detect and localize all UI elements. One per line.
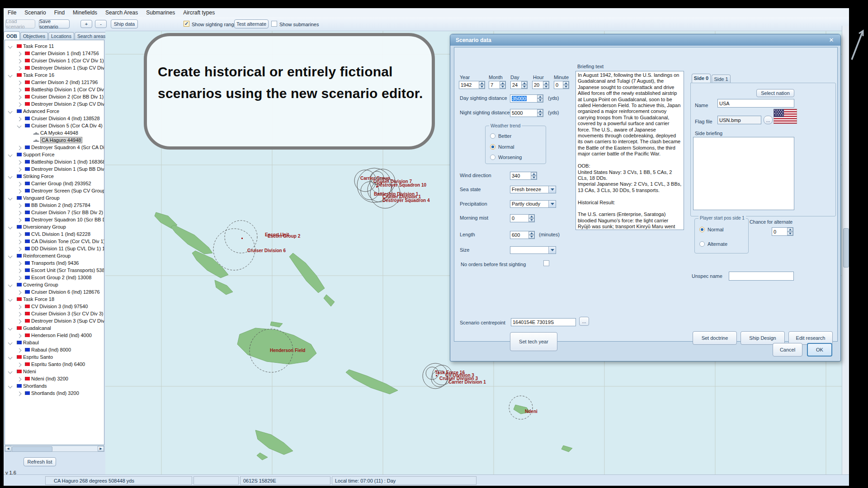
set-tech-year-button[interactable]: Set tech year: [510, 332, 557, 351]
save-scenario-button[interactable]: Save scenario: [39, 19, 70, 28]
night-sighting-input[interactable]: 5000: [510, 109, 543, 117]
tree-item[interactable]: Destroyer Division 2 (Sup CV Div 2) 3435…: [5, 101, 104, 108]
chevron-right-icon[interactable]: [17, 312, 22, 317]
month-input[interactable]: 7: [489, 81, 506, 89]
flag-file-input[interactable]: USN.bmp: [717, 116, 761, 124]
chevron-down-icon[interactable]: [8, 196, 13, 201]
chevron-right-icon[interactable]: [17, 240, 22, 244]
tree-item[interactable]: Battleship Division 1 (Cor CV Div 2) 178…: [5, 86, 104, 94]
chevron-down-icon[interactable]: [8, 326, 13, 331]
briefing-textarea[interactable]: In August 1942, following the U.S. landi…: [576, 71, 684, 230]
length-input[interactable]: 600: [510, 231, 535, 239]
load-scenario-button[interactable]: Load scenario: [5, 19, 35, 28]
tree-item[interactable]: Cruiser Division 4 (Ind) 138528: [5, 115, 104, 122]
tree-item[interactable]: Reinforcement Group: [5, 253, 104, 260]
chevron-right-icon[interactable]: [17, 269, 22, 273]
tree-item[interactable]: Task Force 16: [5, 72, 104, 79]
tree-item[interactable]: BB Division 2 (Ind) 275784: [5, 202, 104, 209]
close-icon[interactable]: ✕: [828, 37, 835, 44]
chevron-right-icon[interactable]: [17, 233, 22, 237]
chevron-down-icon[interactable]: [8, 384, 13, 389]
chevron-right-icon[interactable]: [17, 262, 22, 266]
flag-browse-button[interactable]: ...: [764, 116, 773, 124]
start-pos-alternate-radio[interactable]: [699, 241, 705, 247]
menu-item-file[interactable]: File: [4, 9, 20, 17]
day-sighting-input[interactable]: 35000: [510, 94, 543, 103]
length-spinner[interactable]: [528, 231, 534, 239]
morning-mist-input[interactable]: 0: [510, 214, 535, 222]
select-nation-button[interactable]: Select nation: [756, 89, 794, 97]
tab-oob[interactable]: OOB: [4, 31, 20, 40]
tree-item[interactable]: Covering Group: [5, 282, 104, 289]
chevron-right-icon[interactable]: [17, 103, 22, 107]
tree-item[interactable]: Destroyer Screen (Sup CV Group) 39832: [5, 188, 104, 195]
tree-item[interactable]: Cruiser Division 3 (Scr CV Div 3) 93304: [5, 310, 104, 318]
tree-item[interactable]: Ndeni (Ind) 3200: [5, 375, 104, 383]
chevron-right-icon[interactable]: [17, 291, 22, 295]
chevron-right-icon[interactable]: [17, 276, 22, 281]
chevron-down-icon[interactable]: [8, 73, 13, 78]
zoom-out-button[interactable]: -: [95, 20, 107, 28]
tree-item[interactable]: Battleship Division 1 (Ind) 168368: [5, 159, 104, 166]
tree-item[interactable]: Escort Unit (Scr Trasnsports) 53868: [5, 267, 104, 274]
precipitation-dropdown[interactable]: Partly cloudy: [510, 200, 556, 208]
chevron-right-icon[interactable]: [17, 247, 22, 252]
chevron-right-icon[interactable]: [17, 319, 22, 324]
chevron-right-icon[interactable]: [17, 363, 22, 367]
chevron-down-icon[interactable]: [8, 109, 13, 114]
map-scrollbar-thumb[interactable]: [843, 228, 849, 267]
weather-better-radio[interactable]: [490, 133, 495, 139]
tree-item[interactable]: Carrier Divison 2 (Ind) 121796: [5, 79, 104, 86]
side-briefing-textarea[interactable]: [693, 137, 794, 210]
chevron-right-icon[interactable]: [17, 146, 22, 150]
chevron-right-icon[interactable]: [17, 168, 22, 172]
chevron-right-icon[interactable]: [17, 348, 22, 353]
chevron-right-icon[interactable]: [17, 305, 22, 310]
wind-direction-input[interactable]: 340: [510, 172, 537, 180]
chevron-right-icon[interactable]: [17, 95, 22, 100]
tree-item[interactable]: Advanced Force: [5, 108, 104, 115]
tab-side-1[interactable]: Side 1: [712, 75, 731, 83]
tree-item[interactable]: Rabaul (Ind) 8000: [5, 347, 104, 354]
tree-item[interactable]: DD Division 11 (Sup CVL Div 1) 13752: [5, 245, 104, 253]
name-input[interactable]: USA: [717, 99, 794, 108]
ship-data-button[interactable]: Ship data: [111, 19, 138, 28]
tree-item[interactable]: Espritu Santo (Ind) 6400: [5, 361, 104, 368]
zoom-in-button[interactable]: +: [80, 20, 92, 28]
tab-locations[interactable]: Locations: [48, 32, 74, 40]
day-input[interactable]: 24: [510, 81, 528, 89]
chevron-down-icon[interactable]: [8, 341, 13, 345]
size-dropdown[interactable]: [510, 246, 556, 254]
chevron-right-icon[interactable]: [17, 160, 22, 165]
tree-item[interactable]: Espritu Santo: [5, 354, 104, 361]
tree-item[interactable]: CA Haguro 44948: [5, 137, 104, 144]
tree-item[interactable]: Ndeni: [5, 368, 104, 375]
tree-item[interactable]: Destroyer Squadron 4 (Scr CA Div 4) 5559…: [5, 144, 104, 151]
scroll-left-icon[interactable]: ◀: [5, 446, 11, 451]
chevron-right-icon[interactable]: [17, 189, 22, 194]
dialog-title-bar[interactable]: Scenario data ✕: [450, 34, 840, 46]
chevron-down-icon[interactable]: [8, 153, 13, 157]
chevron-down-icon[interactable]: [8, 370, 13, 374]
set-doctrine-button[interactable]: Set doctrine: [693, 331, 737, 345]
tree-item[interactable]: Guadalcanal: [5, 325, 104, 332]
refresh-list-button[interactable]: Refresh list: [24, 457, 56, 466]
menu-item-minefields[interactable]: Minefields: [69, 9, 101, 17]
tree-item[interactable]: Destroyer Division 1 (Sup CV Div 1) 3156…: [5, 65, 104, 72]
tree-item[interactable]: Carrier Group (Ind) 293952: [5, 180, 104, 188]
minute-input[interactable]: 0: [554, 81, 569, 89]
map-vertical-scrollbar[interactable]: [842, 26, 849, 474]
show-submarines-checkbox[interactable]: [271, 21, 277, 27]
night-sighting-spinner[interactable]: [537, 109, 543, 117]
chevron-right-icon[interactable]: [17, 392, 22, 396]
tree-item[interactable]: CVL Division 1 (Ind) 62228: [5, 231, 104, 238]
chevron-right-icon[interactable]: [17, 377, 22, 382]
show-sighting-range-checkbox[interactable]: ✓: [184, 21, 189, 27]
tree-item[interactable]: Cruiser Divison 5 (Cor CA Div 4) 89896: [5, 122, 104, 130]
tree-item[interactable]: Transports (Ind) 9436: [5, 260, 104, 267]
chevron-right-icon[interactable]: [17, 204, 22, 208]
chance-spinner[interactable]: [787, 228, 793, 235]
tree-item[interactable]: Task Force 18: [5, 296, 104, 303]
tree-item[interactable]: Escort Group 2 (Ind) 13008: [5, 274, 104, 282]
chevron-down-icon[interactable]: [8, 174, 13, 179]
